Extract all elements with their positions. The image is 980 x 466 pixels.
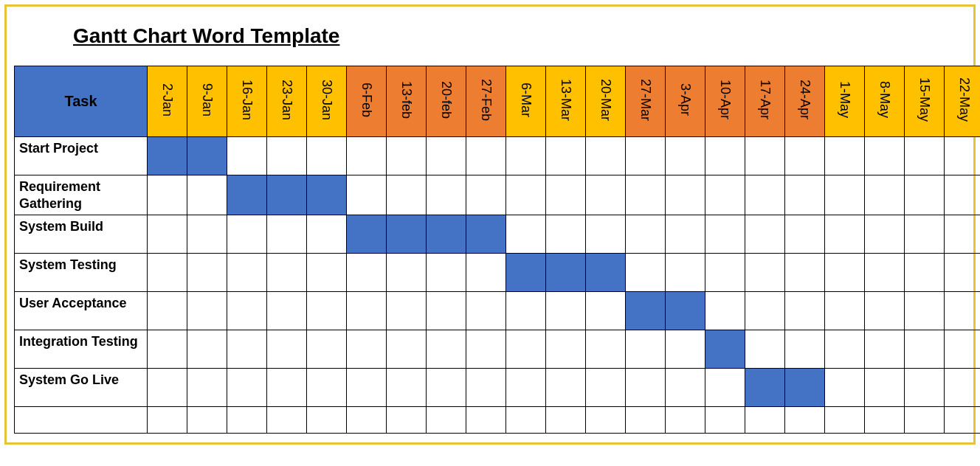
gantt-empty-cell xyxy=(626,175,666,215)
page-container: Gantt Chart Word Template Task 2-Jan9-Ja… xyxy=(4,4,976,445)
date-header: 20-Mar xyxy=(586,66,626,137)
date-label: 1-May xyxy=(837,81,852,118)
gantt-empty-cell xyxy=(785,137,825,175)
gantt-empty-cell xyxy=(466,407,506,434)
gantt-empty-cell xyxy=(626,369,666,407)
gantt-empty-cell xyxy=(825,254,865,292)
gantt-empty-cell xyxy=(865,407,905,434)
gantt-empty-cell xyxy=(586,215,626,254)
date-label: 27-Feb xyxy=(478,79,494,121)
gantt-empty-cell xyxy=(546,407,586,434)
gantt-empty-cell xyxy=(227,292,267,330)
gantt-empty-cell xyxy=(586,407,626,434)
task-name-cell: Start Project xyxy=(15,137,148,175)
gantt-empty-cell xyxy=(466,175,506,215)
gantt-empty-cell xyxy=(427,330,466,369)
gantt-empty-cell xyxy=(626,330,666,369)
date-header: 6-Feb xyxy=(347,66,387,137)
gantt-empty-cell xyxy=(745,292,785,330)
gantt-empty-cell xyxy=(427,369,466,407)
gantt-empty-cell xyxy=(785,407,825,434)
table-row: Integration Testing xyxy=(15,330,981,369)
gantt-empty-cell xyxy=(546,292,586,330)
table-row: System Build xyxy=(15,215,981,254)
gantt-empty-cell xyxy=(187,215,227,254)
gantt-empty-cell xyxy=(865,215,905,254)
gantt-bar-cell xyxy=(705,330,745,369)
gantt-empty-cell xyxy=(586,369,626,407)
date-label: 6-Mar xyxy=(518,83,534,117)
date-header: 16-Jan xyxy=(227,66,267,137)
date-header: 6-Mar xyxy=(506,66,546,137)
gantt-empty-cell xyxy=(347,330,387,369)
gantt-empty-cell xyxy=(865,254,905,292)
gantt-empty-cell xyxy=(307,254,347,292)
gantt-empty-cell xyxy=(267,407,307,434)
gantt-empty-cell xyxy=(267,137,307,175)
gantt-empty-cell xyxy=(626,137,666,175)
gantt-empty-cell xyxy=(546,137,586,175)
date-header: 30-Jan xyxy=(307,66,347,137)
gantt-empty-cell xyxy=(825,175,865,215)
gantt-empty-cell xyxy=(347,254,387,292)
gantt-empty-cell xyxy=(187,330,227,369)
date-label: 17-Apr xyxy=(757,80,773,119)
gantt-empty-cell xyxy=(666,369,705,407)
gantt-empty-cell xyxy=(267,369,307,407)
gantt-empty-cell xyxy=(945,292,981,330)
gantt-empty-cell xyxy=(267,254,307,292)
gantt-empty-cell xyxy=(227,254,267,292)
gantt-empty-cell xyxy=(745,137,785,175)
gantt-empty-cell xyxy=(666,254,705,292)
date-label: 24-Apr xyxy=(797,80,812,119)
gantt-empty-cell xyxy=(745,254,785,292)
page-title: Gantt Chart Word Template xyxy=(73,24,973,48)
date-label: 30-Jan xyxy=(319,80,334,120)
gantt-bar-cell xyxy=(466,215,506,254)
gantt-empty-cell xyxy=(506,215,546,254)
date-label: 22-May xyxy=(956,77,972,122)
gantt-empty-cell xyxy=(705,254,745,292)
gantt-empty-cell xyxy=(825,215,865,254)
gantt-empty-cell xyxy=(466,369,506,407)
gantt-empty-cell xyxy=(307,330,347,369)
date-label: 16-Jan xyxy=(239,80,255,120)
gantt-body: Start ProjectRequirement GatheringSystem… xyxy=(15,137,981,434)
gantt-empty-cell xyxy=(745,407,785,434)
gantt-empty-cell xyxy=(905,407,945,434)
gantt-empty-cell xyxy=(825,292,865,330)
gantt-bar-cell xyxy=(148,137,187,175)
date-label: 20-feb xyxy=(438,81,454,119)
date-header: 13-feb xyxy=(387,66,427,137)
gantt-empty-cell xyxy=(865,137,905,175)
gantt-empty-cell xyxy=(347,407,387,434)
gantt-empty-cell xyxy=(785,175,825,215)
date-header: 24-Apr xyxy=(785,66,825,137)
gantt-empty-cell xyxy=(227,330,267,369)
gantt-empty-cell xyxy=(785,292,825,330)
gantt-empty-cell xyxy=(865,369,905,407)
gantt-empty-cell xyxy=(307,292,347,330)
gantt-empty-cell xyxy=(506,330,546,369)
date-label: 2-Jan xyxy=(159,83,175,116)
gantt-bar-cell xyxy=(626,292,666,330)
gantt-empty-cell xyxy=(506,137,546,175)
gantt-empty-cell xyxy=(347,292,387,330)
gantt-empty-cell xyxy=(905,254,945,292)
gantt-empty-cell xyxy=(705,137,745,175)
gantt-bar-cell xyxy=(506,254,546,292)
gantt-empty-cell xyxy=(865,330,905,369)
date-header: 2-Jan xyxy=(148,66,187,137)
gantt-empty-cell xyxy=(905,369,945,407)
gantt-empty-cell xyxy=(945,407,981,434)
gantt-empty-cell xyxy=(506,407,546,434)
gantt-empty-cell xyxy=(705,407,745,434)
gantt-empty-cell xyxy=(227,137,267,175)
gantt-empty-cell xyxy=(745,330,785,369)
date-header: 20-feb xyxy=(427,66,466,137)
gantt-empty-cell xyxy=(466,292,506,330)
gantt-empty-cell xyxy=(387,407,427,434)
gantt-empty-cell xyxy=(227,215,267,254)
date-header: 17-Apr xyxy=(745,66,785,137)
gantt-empty-cell xyxy=(626,407,666,434)
